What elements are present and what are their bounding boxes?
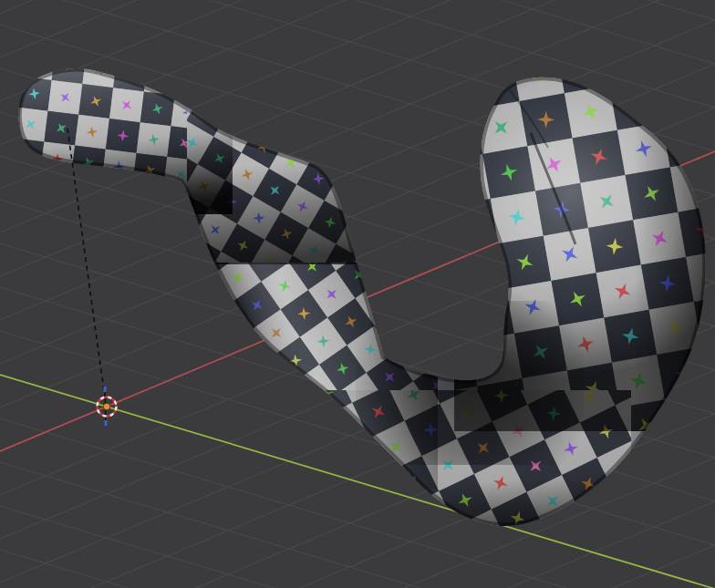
z-axis-tick-bottom bbox=[105, 420, 108, 426]
viewport-3d[interactable] bbox=[0, 0, 715, 588]
z-axis-tick-top bbox=[104, 387, 107, 392]
object-origin-dot[interactable] bbox=[103, 403, 110, 410]
